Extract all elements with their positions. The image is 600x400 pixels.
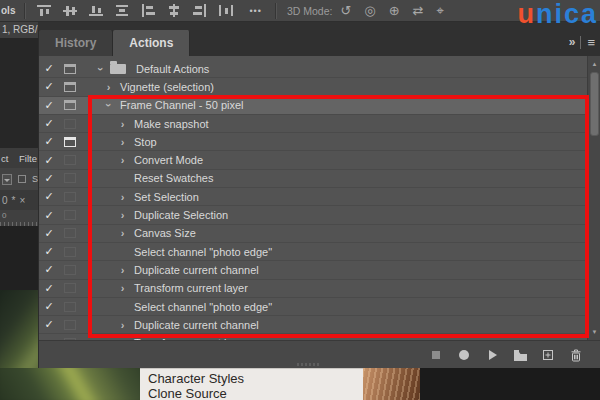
include-check-icon[interactable]: ✓ [39, 173, 59, 184]
dropdown-icon[interactable] [2, 174, 12, 185]
modal-dialog-toggle[interactable] [59, 283, 81, 293]
scroll-up-icon[interactable]: ▲ [588, 58, 600, 70]
include-check-icon[interactable]: ✓ [39, 63, 59, 74]
scrollbar[interactable]: ▲ ▼ [587, 56, 600, 340]
menu-filter-fragment[interactable]: Filte [19, 153, 37, 164]
align-top-icon[interactable] [36, 4, 53, 17]
panel-tab-character-styles[interactable]: Character Styles [148, 371, 363, 386]
action-row[interactable]: ✓›Make snapshot [39, 115, 588, 133]
include-check-icon[interactable]: ✓ [39, 264, 59, 275]
align-vcenter-icon[interactable] [62, 4, 79, 17]
modal-dialog-toggle[interactable] [59, 210, 81, 220]
new-set-button[interactable] [513, 348, 527, 362]
panel-tab-clone-source[interactable]: Clone Source [148, 386, 363, 400]
3d-scale-icon[interactable]: ⌖ [437, 4, 444, 17]
expander-down-icon[interactable]: › [103, 98, 115, 113]
3d-roll-icon[interactable]: ◎ [364, 4, 375, 17]
expander-right-icon[interactable]: › [115, 264, 130, 276]
modal-dialog-toggle[interactable] [59, 265, 81, 275]
action-row[interactable]: ✓›Frame Channel - 50 pixel [39, 97, 588, 115]
modal-dialog-toggle[interactable] [59, 302, 81, 312]
more-options-icon[interactable]: ••• [241, 6, 269, 16]
modal-dialog-toggle[interactable] [59, 320, 81, 330]
action-row[interactable]: ✓›Duplicate Selection [39, 206, 588, 224]
action-row[interactable]: ✓›Duplicate current channel [39, 261, 588, 279]
dialog-toggle-box [64, 82, 76, 92]
expander-right-icon[interactable]: › [115, 191, 130, 203]
action-label: Select channel "photo edge" [130, 246, 272, 258]
modal-dialog-toggle[interactable] [59, 64, 81, 74]
include-check-icon[interactable]: ✓ [39, 210, 59, 221]
action-row[interactable]: ✓Reset Swatches [39, 170, 588, 188]
align-hcenter-icon[interactable] [166, 4, 183, 17]
include-check-icon[interactable]: ✓ [39, 283, 59, 294]
action-label: Make snapshot [130, 118, 209, 130]
expander-right-icon[interactable]: › [115, 227, 130, 239]
action-row[interactable]: ✓›Duplicate current channel [39, 316, 588, 334]
expander-right-icon[interactable]: › [115, 154, 130, 166]
expander-down-icon[interactable]: › [95, 61, 107, 76]
expander-right-icon[interactable]: › [115, 118, 130, 130]
include-check-icon[interactable]: ✓ [39, 81, 59, 92]
action-row[interactable]: ✓›Transform current layer [39, 280, 588, 298]
expander-right-icon[interactable]: › [101, 81, 116, 93]
align-bottom-icon[interactable] [88, 4, 105, 17]
distribute-widths-icon[interactable] [218, 4, 235, 17]
action-row[interactable]: ✓›Canvas Size [39, 225, 588, 243]
panel-menu-icon[interactable]: ≡ [587, 36, 595, 49]
action-set-row[interactable]: ✓›Default Actions [39, 60, 588, 78]
modal-dialog-toggle[interactable] [59, 173, 81, 183]
action-row[interactable]: ✓Select channel "photo edge" [39, 243, 588, 261]
modal-dialog-toggle[interactable] [59, 155, 81, 165]
expander-right-icon[interactable]: › [115, 282, 130, 294]
scroll-down-icon[interactable]: ▼ [588, 326, 600, 338]
3d-rotate-icon[interactable]: ↺ [340, 4, 351, 17]
include-check-icon[interactable]: ✓ [39, 155, 59, 166]
action-row[interactable]: ✓›Vignette (selection) [39, 78, 588, 96]
modal-dialog-toggle[interactable] [59, 100, 81, 110]
modal-dialog-toggle[interactable] [59, 247, 81, 257]
modal-dialog-toggle[interactable] [59, 82, 81, 92]
delete-button[interactable] [569, 348, 583, 362]
modal-dialog-toggle[interactable] [59, 119, 81, 129]
modal-dialog-toggle[interactable] [59, 137, 81, 147]
modal-dialog-toggle[interactable] [59, 228, 81, 238]
include-check-icon[interactable]: ✓ [39, 228, 59, 239]
tab-history[interactable]: History [39, 30, 113, 56]
align-left-icon[interactable] [140, 4, 157, 17]
modal-dialog-toggle[interactable] [59, 192, 81, 202]
3d-slide-icon[interactable]: ⇄ [413, 4, 424, 17]
document-tab-strip [38, 22, 600, 30]
bottom-strip: Character Styles Clone Source [0, 368, 600, 400]
stop-playing-button[interactable] [429, 348, 443, 362]
play-selection-button[interactable] [485, 348, 499, 362]
divider [580, 36, 581, 49]
include-check-icon[interactable]: ✓ [39, 118, 59, 129]
action-row[interactable]: ✓Select channel "photo edge" [39, 298, 588, 316]
include-check-icon[interactable]: ✓ [39, 301, 59, 312]
expander-right-icon[interactable]: › [115, 136, 130, 148]
begin-recording-button[interactable] [457, 348, 471, 362]
action-row-content: ›Vignette (selection) [81, 78, 588, 95]
3d-drag-icon[interactable]: ⊕ [389, 4, 400, 17]
align-right-icon[interactable] [192, 4, 209, 17]
include-check-icon[interactable]: ✓ [39, 319, 59, 330]
include-check-icon[interactable]: ✓ [39, 136, 59, 147]
distribute-heights-icon[interactable] [114, 4, 131, 17]
checkbox-icon[interactable] [18, 175, 26, 183]
action-row[interactable]: ✓›Convert Mode [39, 151, 588, 169]
expander-right-icon[interactable]: › [115, 319, 130, 331]
include-check-icon[interactable]: ✓ [39, 191, 59, 202]
action-row[interactable]: ✓›Stop [39, 133, 588, 151]
action-row[interactable]: ✓›Set Selection [39, 188, 588, 206]
new-action-button[interactable] [541, 348, 555, 362]
include-check-icon[interactable]: ✓ [39, 246, 59, 257]
scrollbar-thumb[interactable] [590, 72, 599, 136]
resize-grip[interactable] [297, 363, 321, 366]
collapse-panel-icon[interactable]: » [569, 35, 575, 49]
tab-close-icon[interactable]: × [19, 195, 25, 206]
tab-actions[interactable]: Actions [113, 30, 190, 56]
expander-right-icon[interactable]: › [115, 209, 130, 221]
menu-select-fragment[interactable]: ct [1, 153, 8, 164]
include-check-icon[interactable]: ✓ [39, 100, 59, 111]
